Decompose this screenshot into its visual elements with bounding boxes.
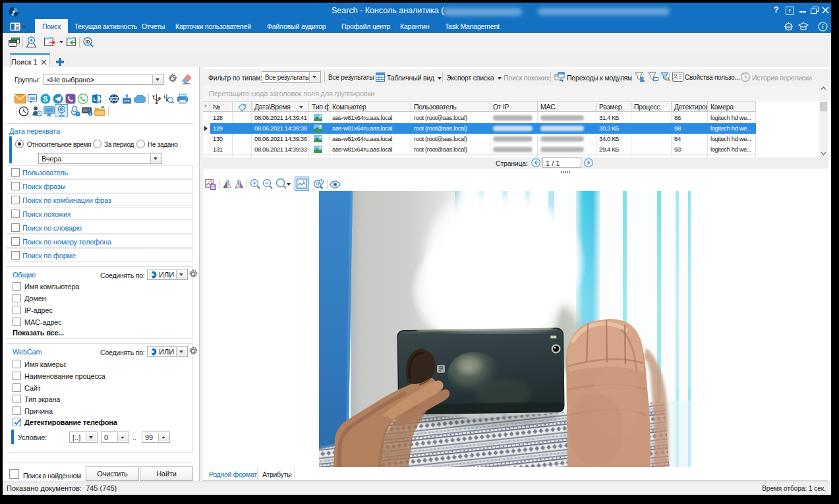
- svg-text:ID: ID: [86, 40, 90, 44]
- svg-text:IM: IM: [30, 96, 35, 101]
- svg-text:FTP: FTP: [124, 99, 129, 103]
- svg-text:S: S: [43, 95, 47, 103]
- svg-text:L: L: [94, 96, 97, 102]
- svg-text:HTTP: HTTP: [110, 98, 118, 101]
- svg-text:АРІ: АРІ: [786, 25, 791, 29]
